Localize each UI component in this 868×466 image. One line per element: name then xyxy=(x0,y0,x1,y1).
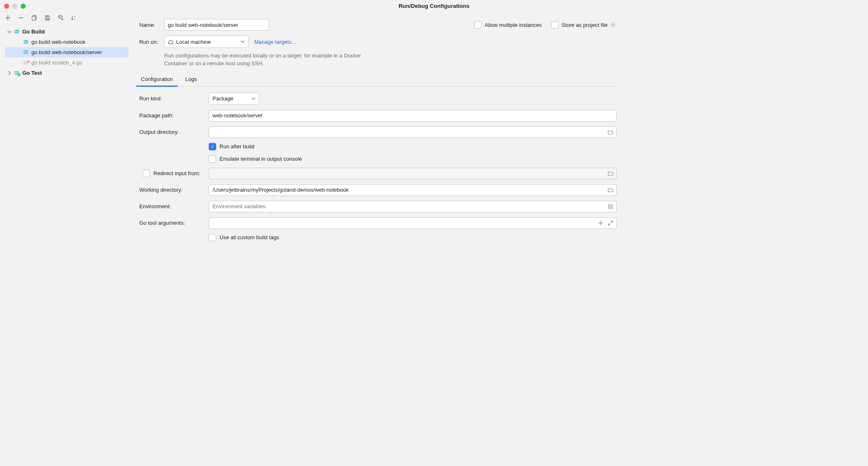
edit-templates-button[interactable] xyxy=(57,14,64,21)
browse-folder-button[interactable] xyxy=(606,169,615,178)
go-build-icon-invalid xyxy=(23,59,30,66)
svg-point-13 xyxy=(24,52,25,52)
copy-configuration-button[interactable] xyxy=(31,14,38,21)
edit-environment-button[interactable] xyxy=(606,202,615,211)
configurations-tree[interactable]: Go Build go build web-notebook go build … xyxy=(0,25,134,335)
checkbox-icon xyxy=(143,170,150,177)
run-on-value: Local machine xyxy=(176,39,238,45)
output-directory-label: Output directory: xyxy=(139,129,209,135)
sidebar: az Go Build go build web-notebook xyxy=(0,12,134,335)
go-build-icon xyxy=(14,29,21,35)
tree-item-label: go build scratch_4.go xyxy=(31,59,83,66)
sort-alphabetically-button[interactable]: az xyxy=(70,14,78,21)
expand-field-button[interactable] xyxy=(606,219,615,228)
environment-input[interactable] xyxy=(209,201,617,212)
svg-point-7 xyxy=(15,31,16,32)
sidebar-toolbar: az xyxy=(0,12,134,25)
package-path-input[interactable] xyxy=(209,110,617,121)
configuration-form: Run kind: Package Package path: Output d… xyxy=(139,93,617,241)
insert-macro-button[interactable] xyxy=(596,219,605,228)
chevron-down-icon xyxy=(251,97,255,101)
redirect-input-checkbox[interactable]: Redirect input from: xyxy=(139,170,209,177)
checkbox-label: Use all custom build tags xyxy=(219,234,279,240)
window-zoom-button[interactable] xyxy=(21,4,26,9)
run-on-select[interactable]: Local machine xyxy=(164,36,248,48)
window-minimize-button[interactable] xyxy=(12,4,17,9)
form-panel: Name: Allow multiple instances Store as … xyxy=(134,12,622,335)
checkbox-icon xyxy=(209,234,216,241)
tree-item-label: go build web-notebook xyxy=(31,39,86,45)
tree-category-go-test[interactable]: Go Test xyxy=(0,68,134,78)
svg-rect-1 xyxy=(32,17,36,21)
svg-point-22 xyxy=(612,24,614,26)
run-kind-value: Package xyxy=(212,95,249,102)
checkbox-icon xyxy=(209,155,216,163)
checkbox-label: Store as project file xyxy=(562,22,608,28)
tabs: Configuration Logs xyxy=(139,73,617,87)
folder-icon xyxy=(608,187,613,193)
plus-icon xyxy=(598,221,603,226)
go-test-icon xyxy=(14,70,21,76)
use-custom-build-tags-checkbox[interactable]: Use all custom build tags xyxy=(209,234,617,241)
checkbox-icon: ✓ xyxy=(209,143,216,150)
remove-configuration-button[interactable] xyxy=(17,14,25,21)
add-configuration-button[interactable] xyxy=(4,14,12,21)
tab-logs[interactable]: Logs xyxy=(184,73,198,86)
svg-rect-2 xyxy=(47,18,49,20)
folder-icon xyxy=(608,129,613,135)
tree-item-config-0[interactable]: go build web-notebook xyxy=(0,37,134,47)
list-icon xyxy=(608,204,613,209)
svg-point-20 xyxy=(17,72,18,73)
checkbox-label: Redirect input from: xyxy=(153,170,200,176)
svg-text:z: z xyxy=(74,18,75,20)
go-build-icon xyxy=(23,49,30,56)
run-kind-label: Run kind: xyxy=(139,95,209,102)
run-on-hint-text: Run configurations may be executed local… xyxy=(164,52,379,68)
run-on-label: Run on: xyxy=(139,39,164,45)
svg-point-11 xyxy=(26,41,27,42)
output-directory-input[interactable] xyxy=(209,126,617,138)
svg-rect-3 xyxy=(47,16,48,17)
folder-icon xyxy=(608,171,613,176)
home-icon xyxy=(168,39,174,45)
svg-point-16 xyxy=(24,62,25,63)
svg-point-17 xyxy=(26,62,27,63)
package-path-label: Package path: xyxy=(139,112,209,119)
working-directory-input[interactable] xyxy=(209,184,617,196)
gear-icon[interactable] xyxy=(609,21,617,29)
browse-folder-button[interactable] xyxy=(606,185,615,195)
manage-targets-link[interactable]: Manage targets… xyxy=(254,39,297,45)
working-directory-label: Working directory: xyxy=(139,187,209,193)
window-title: Run/Debug Configurations xyxy=(0,3,622,9)
tree-category-go-build[interactable]: Go Build xyxy=(0,26,134,37)
store-as-project-file-checkbox[interactable]: Store as project file xyxy=(551,21,608,29)
tree-item-config-1[interactable]: go build web-notebook/server xyxy=(5,47,129,57)
browse-folder-button[interactable] xyxy=(606,128,615,137)
allow-multiple-instances-checkbox[interactable]: Allow multiple instances xyxy=(474,21,542,29)
redirect-input-path xyxy=(209,168,617,179)
name-label: Name: xyxy=(139,22,164,28)
go-tool-args-label: Go tool arguments: xyxy=(139,220,209,226)
chevron-down-icon xyxy=(241,40,245,44)
save-configuration-button[interactable] xyxy=(44,14,51,21)
checkbox-label: Emulate terminal in output console xyxy=(219,156,302,162)
titlebar: Run/Debug Configurations xyxy=(0,0,622,12)
svg-point-10 xyxy=(24,41,25,42)
go-build-icon xyxy=(23,39,30,45)
run-after-build-checkbox[interactable]: ✓ Run after build xyxy=(209,143,617,150)
checkbox-icon xyxy=(474,21,482,29)
svg-rect-15 xyxy=(24,61,28,64)
tree-item-config-2[interactable]: go build scratch_4.go xyxy=(0,57,134,68)
emulate-terminal-checkbox[interactable]: Emulate terminal in output console xyxy=(209,155,617,163)
checkbox-label: Allow multiple instances xyxy=(485,22,542,28)
chevron-down-icon xyxy=(7,29,12,35)
checkbox-label: Run after build xyxy=(219,143,255,150)
name-input[interactable] xyxy=(164,19,269,31)
traffic-lights xyxy=(4,4,26,9)
window-close-button[interactable] xyxy=(4,4,9,9)
tab-configuration[interactable]: Configuration xyxy=(139,73,174,86)
run-kind-select[interactable]: Package xyxy=(209,93,259,105)
go-tool-args-input[interactable] xyxy=(209,217,617,229)
tree-category-label: Go Build xyxy=(22,29,45,35)
svg-point-14 xyxy=(26,52,27,52)
